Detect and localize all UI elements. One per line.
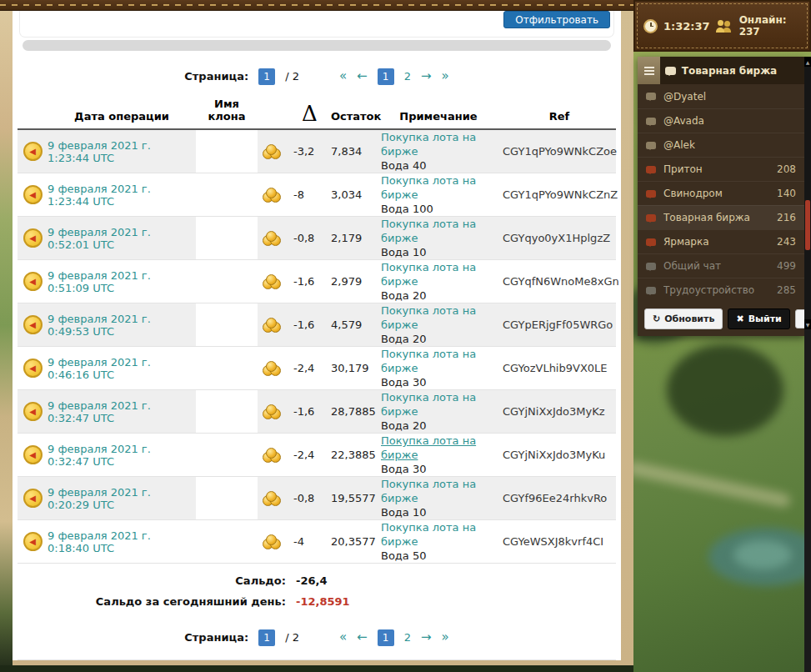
header-date: Дата операции [48, 110, 196, 123]
exit-label: Выйти [748, 313, 782, 324]
operation-date-link[interactable]: 9 февраля 2021 г. 0:20:29 UTC [48, 486, 151, 511]
prev-page-link[interactable]: ← [357, 631, 368, 644]
gold-coins-icon [263, 361, 283, 376]
chat-scrollbar[interactable]: ▲ ▼ [804, 57, 811, 329]
pagination-label: Страница: [184, 70, 248, 83]
clone-name-cell [196, 260, 258, 303]
chat-channel-item[interactable]: @Dyatel [638, 84, 804, 108]
chat-unread-count: 208 [777, 163, 796, 175]
operation-back-icon[interactable]: ◀ [23, 315, 43, 334]
note-detail: Вода 100 [381, 202, 496, 216]
chat-channel-item[interactable]: Ярмарка 243 [638, 229, 804, 253]
note-link[interactable]: Покупка лота на бирже [381, 477, 496, 505]
scroll-up-button[interactable]: ▲ [804, 57, 811, 67]
filter-button[interactable]: Отфильтровать [503, 11, 610, 28]
clone-name-cell [196, 520, 258, 563]
note-link[interactable]: Покупка лота на бирже [381, 520, 496, 549]
chat-menu-tab-icon[interactable] [638, 57, 660, 84]
operation-back-icon[interactable]: ◀ [23, 359, 43, 378]
chat-channel-item[interactable]: Общий чат 499 [638, 253, 804, 278]
operation-back-icon[interactable]: ◀ [23, 228, 43, 248]
header-delta: Δ [288, 105, 326, 123]
first-page-link[interactable]: « [339, 70, 347, 83]
next-page-link[interactable]: → [421, 631, 432, 644]
note-link[interactable]: Покупка лота на бирже [381, 173, 496, 202]
page-2-link[interactable]: 2 [404, 632, 411, 643]
note-link[interactable]: Покупка лота на бирже [381, 347, 496, 375]
gold-coins-icon [263, 231, 283, 246]
page-1-button[interactable]: 1 [378, 68, 394, 85]
page-2-link[interactable]: 2 [404, 71, 411, 82]
chat-channel-item[interactable]: @Alek [638, 133, 804, 157]
ref-value: CGYjNiXxJdo3MyKu [496, 449, 616, 461]
note-detail: Вода 30 [381, 375, 496, 389]
last-page-link[interactable]: » [442, 70, 449, 83]
refresh-label: Обновить [664, 313, 714, 324]
clock-icon [643, 19, 658, 33]
note-link[interactable]: Покупка лота на бирже [381, 390, 496, 419]
operation-back-icon[interactable]: ◀ [23, 445, 43, 464]
scroll-down-button[interactable]: ▼ [804, 319, 811, 329]
page-footer: Земля Клонов основана 13 апреля 2007 год… [18, 659, 616, 660]
chat-channel-item[interactable]: @Avada [638, 108, 804, 133]
clone-name-cell [196, 347, 258, 389]
exit-button[interactable]: ✖ Выйти [728, 308, 789, 329]
page-background-left [0, 11, 13, 665]
operation-date-link[interactable]: 9 февраля 2021 г. 0:46:16 UTC [48, 356, 151, 381]
operation-date-link[interactable]: 9 февраля 2021 г. 0:32:47 UTC [48, 443, 151, 468]
note-detail: Вода 20 [381, 288, 496, 303]
filter-panel: Отфильтровать [19, 11, 614, 38]
gold-coins-icon [263, 274, 283, 289]
scrollbar-thumb[interactable] [805, 200, 810, 250]
balance-value: 19,5577 [326, 492, 371, 504]
operation-date-link[interactable]: 9 февраля 2021 г. 0:52:01 UTC [48, 226, 151, 251]
first-page-link[interactable]: « [339, 631, 347, 644]
operation-back-icon[interactable]: ◀ [23, 272, 43, 291]
table-row: ◀ 9 февраля 2021 г. 0:20:29 UTC -0,8 19,… [18, 477, 616, 520]
operation-date-link[interactable]: 9 февраля 2021 г. 0:49:53 UTC [48, 313, 151, 338]
next-page-link[interactable]: → [421, 70, 432, 83]
chat-channel-label: Ярмарка [663, 236, 709, 248]
chat-channel-item[interactable]: Свинодром 140 [638, 181, 804, 205]
chat-channel-item[interactable]: Трудоустройство 285 [638, 278, 804, 302]
operation-back-icon[interactable]: ◀ [23, 532, 43, 551]
operation-date-link[interactable]: 9 февраля 2021 г. 0:18:40 UTC [48, 529, 151, 554]
ref-value: CGYozVLhib9VX0LE [496, 362, 616, 374]
left-arrow-icon: ◀ [29, 234, 36, 243]
chat-channel-item[interactable]: Товарная биржа 216 [638, 205, 804, 229]
operation-back-icon[interactable]: ◀ [23, 185, 43, 204]
operation-back-icon[interactable]: ◀ [23, 489, 43, 508]
ref-value: CGYpERjgFf05WRGo [496, 318, 616, 331]
gold-coins-icon [263, 448, 283, 463]
operation-back-icon[interactable]: ◀ [23, 142, 43, 161]
operation-date-link[interactable]: 9 февраля 2021 г. 0:51:09 UTC [48, 269, 151, 294]
pagination-bottom: Страница: 1 / 2 « ← 1 2 → » [18, 629, 616, 646]
balance-value: 2,979 [326, 275, 371, 288]
note-link[interactable]: Покупка лота на бирже [381, 434, 496, 462]
ref-value: CGY1qPYo9WNkCZoe [496, 145, 616, 158]
note-link[interactable]: Покупка лота на бирже [381, 130, 496, 158]
page-total: / 2 [285, 631, 299, 644]
operation-back-icon[interactable]: ◀ [23, 402, 43, 421]
note-link[interactable]: Покупка лота на бирже [381, 260, 496, 288]
note-detail: Вода 20 [381, 419, 496, 433]
prev-page-link[interactable]: ← [357, 70, 368, 83]
note-link[interactable]: Покупка лота на бирже [381, 217, 496, 245]
clone-name-cell [196, 390, 258, 433]
refresh-button[interactable]: ↻ Обновить [644, 308, 723, 329]
chat-channel-item[interactable]: Притон 208 [638, 157, 804, 181]
operation-date-link[interactable]: 9 февраля 2021 г. 1:23:44 UTC [48, 139, 151, 164]
saldo-value: -26,4 [296, 570, 327, 591]
operation-date-link[interactable]: 9 февраля 2021 г. 1:23:44 UTC [48, 183, 151, 208]
ref-value: CGY1qPYo9WNkCZnZ [496, 188, 616, 201]
table-row: ◀ 9 февраля 2021 г. 0:32:47 UTC -1,6 28,… [18, 390, 616, 434]
chat-unread-count: 216 [777, 212, 796, 223]
page-1-button[interactable]: 1 [378, 629, 394, 646]
note-link[interactable]: Покупка лота на бирже [381, 303, 496, 332]
pagination-top: Страница: 1 / 2 « ← 1 2 → » [18, 68, 616, 85]
last-page-link[interactable]: » [442, 631, 449, 644]
delta-value: -2,4 [288, 362, 326, 374]
clone-name-cell [196, 173, 258, 216]
operation-date-link[interactable]: 9 февраля 2021 г. 0:32:47 UTC [48, 399, 151, 424]
page-scrollbar-track[interactable] [804, 329, 811, 672]
